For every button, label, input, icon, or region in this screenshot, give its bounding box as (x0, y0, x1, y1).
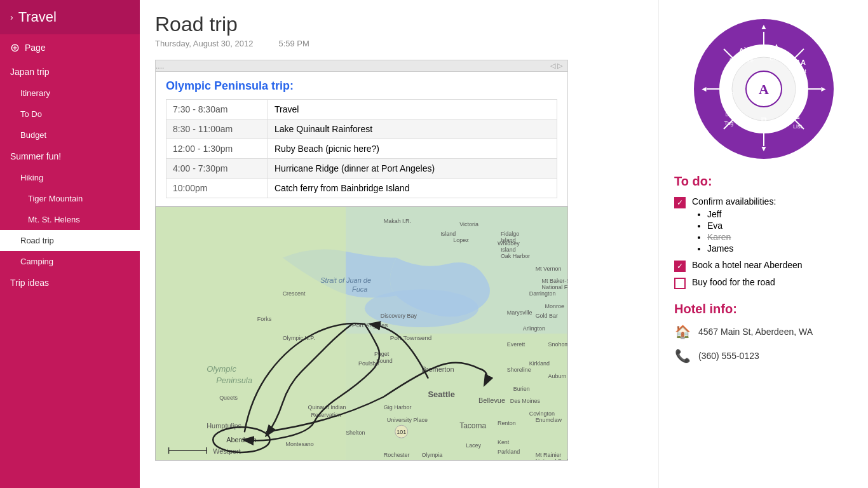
drag-hint: .... (156, 62, 164, 71)
sidebar-item-summer-fun[interactable]: Summer fun! (0, 146, 140, 167)
itinerary-time-4: 10:00pm (166, 179, 268, 198)
hotel-info-heading: Hotel info: (674, 302, 853, 316)
svg-text:►: ► (820, 85, 827, 93)
svg-text:101: 101 (397, 429, 406, 435)
add-page-button[interactable]: ⊕ Page (0, 34, 140, 61)
note-section-title: Olympic Peninsula trip: (166, 79, 557, 93)
sidebar-item-itinerary[interactable]: Itinerary (0, 83, 140, 104)
itinerary-activity-2: Ruby Beach (picnic here?) (268, 139, 557, 159)
hotel-info-section: Hotel info: 🏠 4567 Main St, Aberdeen, WA… (674, 302, 853, 363)
svg-text:AA: AA (796, 58, 806, 66)
main-content: Road trip Thursday, August 30, 2012 5:59… (140, 0, 658, 488)
svg-text:Renton: Renton (498, 420, 516, 426)
svg-text:Peninsula: Peninsula (216, 376, 252, 385)
todo-item-confirm: ✓ Confirm availabilities: Jeff Eva Karen… (674, 196, 853, 255)
svg-text:☑: ☑ (725, 109, 733, 118)
todo-checkbox-confirm[interactable]: ✓ (674, 197, 686, 208)
svg-text:Des Moines: Des Moines (510, 398, 541, 404)
svg-text:National Fore: National Fore (542, 284, 567, 290)
itinerary-table: 7:30 - 8:30amTravel8:30 - 11:00amLake Qu… (166, 99, 557, 198)
itinerary-row-0: 7:30 - 8:30amTravel (166, 100, 557, 119)
todo-subitem-jeff: Jeff (707, 209, 776, 219)
radial-menu: ▲ ► ▼ ◄ A 11 Font Size A Color AA Font ↺ (694, 19, 834, 159)
todo-text-confirm: Confirm availabilities: Jeff Eva Karen J… (692, 196, 776, 255)
sidebar-item-tiger-mountain[interactable]: Tiger Mountain (0, 188, 140, 209)
svg-text:▼: ▼ (760, 144, 768, 153)
hotel-address-icon: 🏠 (674, 324, 691, 339)
todo-checkbox-hotel[interactable]: ✓ (674, 261, 686, 272)
svg-text:Auburn: Auburn (548, 373, 567, 379)
svg-text:▲: ▲ (760, 22, 768, 31)
svg-text:Parkland: Parkland (498, 449, 520, 455)
svg-text:Color: Color (770, 55, 783, 62)
sidebar-item-camping[interactable]: Camping (0, 251, 140, 272)
svg-text:Shelton: Shelton (346, 430, 365, 436)
svg-text:Puget: Puget (374, 351, 390, 357)
svg-text:Makah I.R.: Makah I.R. (384, 218, 411, 224)
svg-text:Burien: Burien (513, 386, 530, 392)
itinerary-activity-4: Catch ferry from Bainbridge Island (268, 179, 557, 198)
itinerary-time-0: 7:30 - 8:30am (166, 100, 268, 119)
svg-text:Olympic: Olympic (207, 364, 236, 374)
svg-text:Monroe: Monroe (545, 303, 564, 309)
svg-text:Mt Baker-Snoc: Mt Baker-Snoc (542, 278, 567, 284)
svg-text:A: A (773, 43, 780, 53)
itinerary-time-2: 12:00 - 1:30pm (166, 139, 268, 159)
svg-text:Island: Island (501, 237, 516, 243)
sidebar: › Travel ⊕ Page Japan tripItineraryTo Do… (0, 0, 140, 488)
svg-text:↺: ↺ (722, 77, 731, 88)
svg-text:Seattle: Seattle (428, 390, 454, 399)
note-container: .... ◁ ▷ Olympic Peninsula trip: 7:30 - … (155, 60, 568, 207)
svg-text:Darrington: Darrington (529, 290, 556, 297)
note-inner: Olympic Peninsula trip: 7:30 - 8:30amTra… (156, 72, 567, 206)
sidebar-item-budget[interactable]: Budget (0, 125, 140, 146)
todo-item-hotel: ✓ Book a hotel near Aberdeen (674, 260, 853, 272)
hotel-phone-item: 📞 (360) 555-0123 (674, 348, 853, 363)
itinerary-activity-1: Lake Quinault Rainforest (268, 119, 557, 139)
svg-text:Bellevue: Bellevue (478, 396, 505, 404)
svg-text:Everett: Everett (507, 341, 526, 348)
todo-text-food: Buy food for the road (692, 277, 775, 287)
sidebar-item-trip-ideas[interactable]: Trip ideas (0, 272, 140, 294)
todo-subitem-karen: Karen (707, 232, 776, 242)
note-controls: ◁ ▷ (550, 62, 567, 70)
todo-subitem-james: James (707, 243, 776, 254)
todo-heading: To do: (674, 174, 853, 189)
page-time: 5:59 PM (278, 39, 309, 48)
todo-item-food: Buy food for the road (674, 277, 853, 289)
radial-menu-container: ▲ ► ▼ ◄ A 11 Font Size A Color AA Font ↺ (674, 19, 853, 159)
svg-text:Montesano: Montesano (286, 441, 314, 447)
hotel-address-item: 🏠 4567 Main St, Aberdeen, WA (674, 324, 853, 339)
sidebar-item-japan-trip[interactable]: Japan trip (0, 61, 140, 83)
page-date: Thursday, August 30, 2012 (155, 39, 253, 48)
svg-text:Fuca: Fuca (352, 285, 367, 293)
page-title: Road trip (155, 13, 643, 36)
sidebar-item-hiking[interactable]: Hiking (0, 167, 140, 188)
sidebar-item-road-trip[interactable]: Road trip (0, 230, 140, 251)
itinerary-time-1: 8:30 - 11:00am (166, 119, 268, 139)
svg-text:Marysville: Marysville (507, 309, 532, 316)
todo-checkbox-food[interactable] (674, 278, 686, 289)
svg-text:Mt Vernon: Mt Vernon (536, 266, 562, 272)
sidebar-nav: Japan tripItineraryTo DoBudgetSummer fun… (0, 61, 140, 488)
itinerary-row-3: 4:00 - 7:30pmHurricane Ridge (dinner at … (166, 159, 557, 179)
svg-text:Island: Island (501, 247, 516, 253)
svg-text:Gig Harbor: Gig Harbor (384, 404, 412, 410)
sidebar-item-mt-st-helens[interactable]: Mt. St. Helens (0, 209, 140, 230)
svg-text:Kent: Kent (498, 439, 510, 445)
page-meta: Thursday, August 30, 2012 5:59 PM (155, 39, 643, 48)
svg-text:Forks: Forks (257, 316, 272, 322)
svg-text:Discovery Bay: Discovery Bay (381, 313, 417, 319)
sidebar-item-to-do[interactable]: To Do (0, 104, 140, 125)
svg-text:Queets: Queets (219, 395, 238, 401)
svg-text:Bold: Bold (794, 93, 806, 99)
app-title-bar: › Travel (0, 0, 140, 34)
hotel-phone: (360) 555-0123 (698, 351, 759, 361)
itinerary-row-1: 8:30 - 11:00amLake Quinault Rainforest (166, 119, 557, 139)
svg-text:University Place: University Place (387, 417, 428, 423)
svg-text:Strait of Juan de: Strait of Juan de (320, 276, 371, 284)
note-drag-handle[interactable]: .... ◁ ▷ (156, 60, 567, 72)
svg-text:National Park: National Park (536, 458, 567, 460)
hotel-phone-icon: 📞 (674, 348, 691, 363)
todo-text-hotel: Book a hotel near Aberdeen (692, 260, 803, 270)
